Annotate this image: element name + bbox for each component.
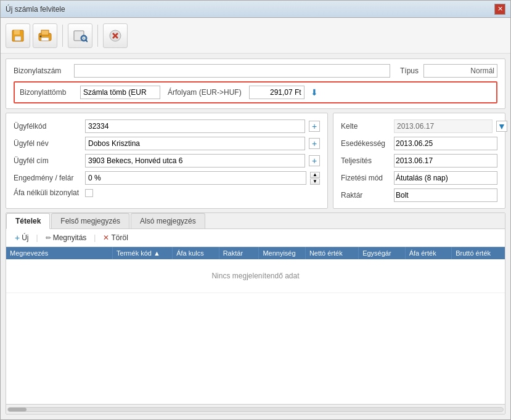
preview-icon	[73, 28, 88, 43]
scroll-track[interactable]	[7, 407, 504, 412]
delete-icon: ✕	[103, 233, 109, 242]
teljesites-row: Teljesítés 2013.06.17	[341, 154, 497, 168]
edit-icon: ✏	[46, 234, 51, 242]
close-button[interactable]: ✕	[494, 4, 505, 15]
svg-line-11	[86, 40, 88, 42]
tabs-header: Tételek Felső megjegyzés Alsó megjegyzés	[6, 213, 505, 229]
col-netto-ertek: Nettó érték	[305, 247, 358, 259]
kelte-label: Kelte	[341, 122, 390, 131]
afa-nelkuli-row: Áfa nélküli bizonylat	[14, 188, 320, 197]
col-megnevezes: Megnevezés	[6, 247, 113, 259]
col-brutto-ertek: Bruttó érték	[452, 247, 505, 259]
empty-label: Nincs megjelenítendő adat	[211, 272, 299, 280]
bizonylat-szam-row: Bizonylatszám Típus	[14, 64, 497, 78]
tipus-input[interactable]	[423, 64, 497, 78]
cancel-icon	[108, 28, 123, 43]
raktar-label: Raktár	[341, 191, 390, 200]
fizmod-select[interactable]: Átutalás (8 nap)	[394, 171, 497, 185]
title-bar: Új számla felvitele ✕	[1, 1, 510, 18]
afa-nelkuli-checkbox[interactable]	[85, 189, 93, 197]
save-button[interactable]	[6, 23, 30, 48]
raktar-select[interactable]: Bolt	[394, 188, 497, 202]
toolbar-separator-2	[97, 25, 98, 47]
ugyfel-nev-add-button[interactable]: +	[309, 138, 320, 149]
tab-also-megjegyzes[interactable]: Alsó megjegyzés	[131, 213, 205, 228]
ugyfel-cim-add-button[interactable]: +	[309, 155, 320, 166]
table-container[interactable]: Megnevezés Termék kód ▲ Áfa kulcs Raktár…	[6, 247, 505, 404]
arfolyam-input[interactable]	[249, 86, 305, 99]
items-table: Megnevezés Termék kód ▲ Áfa kulcs Raktár…	[6, 247, 505, 293]
two-col-section: Ügyfélkód + Ügyfél név + Ügyfél cím + En…	[6, 113, 505, 209]
bizonylattomb-row: Bizonylattömb Számla tömb (EUR Árfolyam …	[14, 81, 497, 103]
cancel-button[interactable]	[103, 23, 128, 48]
col-egysegar: Egységár	[359, 247, 406, 259]
fizmod-row: Fizetési mód Átutalás (8 nap)	[341, 171, 497, 185]
empty-row: Nincs megjelenítendő adat	[6, 259, 505, 293]
print-save-button[interactable]	[33, 23, 57, 48]
svg-rect-2	[15, 36, 21, 41]
bizonylat-section: Bizonylatszám Típus Bizonylattömb Számla…	[6, 59, 505, 109]
ugyfel-nev-input[interactable]	[85, 137, 305, 150]
ugyfelkod-label: Ügyfélkód	[14, 122, 81, 131]
spinner-up[interactable]: ▲	[310, 172, 320, 178]
ugyfelkod-input[interactable]	[85, 119, 305, 133]
esedekesseg-row: Esedékesség 2013.06.25	[341, 137, 497, 150]
content-area: Bizonylatszám Típus Bizonylattömb Számla…	[1, 54, 510, 419]
col-raktar: Raktár	[219, 247, 259, 259]
ugyfelkod-row: Ügyfélkód +	[14, 119, 320, 133]
new-item-button[interactable]: + Új	[11, 232, 33, 244]
plus-icon: +	[15, 233, 20, 243]
scroll-thumb[interactable]	[8, 408, 27, 411]
spinner-down[interactable]: ▼	[310, 179, 320, 185]
right-panel: Kelte ▼ Esedékesség 2013.06.25 Teljesíté…	[333, 113, 505, 209]
kelte-input	[394, 119, 493, 133]
ugyfel-cim-label: Ügyfél cím	[14, 156, 81, 165]
bizonylattomb-label: Bizonylattömb	[20, 88, 75, 97]
engedmeny-input[interactable]	[85, 171, 306, 185]
save-icon	[10, 28, 25, 43]
main-window: Új számla felvitele ✕	[0, 0, 511, 420]
afa-nelkuli-label: Áfa nélküli bizonylat	[14, 188, 81, 197]
bizonylat-szam-input[interactable]	[74, 64, 390, 78]
ugyfel-cim-input[interactable]	[85, 154, 305, 168]
ugyfelkod-add-button[interactable]: +	[309, 121, 320, 132]
arfolyam-label: Árfolyam (EUR->HUF)	[168, 88, 242, 97]
left-panel: Ügyfélkód + Ügyfél név + Ügyfél cím + En…	[6, 113, 328, 209]
col-mennyiseg: Mennyiség	[259, 247, 306, 259]
esedekesseg-select[interactable]: 2013.06.25	[394, 137, 497, 150]
tabs-toolbar: + Új | ✏ Megnyitás | ✕ Töröl	[6, 229, 505, 247]
svg-point-6	[40, 35, 42, 37]
teljesites-label: Teljesítés	[341, 156, 390, 165]
delete-item-button[interactable]: ✕ Töröl	[99, 232, 131, 243]
esedekesseg-label: Esedékesség	[341, 139, 390, 148]
bizonylat-szam-label: Bizonylatszám	[14, 67, 69, 75]
window-title: Új számla felvitele	[6, 5, 65, 14]
ugyfel-nev-row: Ügyfél név +	[14, 137, 320, 150]
kelte-row: Kelte ▼	[341, 119, 497, 133]
engedmeny-row: Engedmény / felár ▲ ▼	[14, 171, 320, 185]
fizmod-label: Fizetési mód	[341, 174, 390, 182]
svg-rect-1	[14, 30, 20, 34]
toolbar	[1, 18, 510, 54]
preview-button[interactable]	[68, 23, 92, 48]
engedmeny-label: Engedmény / felár	[14, 174, 81, 182]
ugyfel-nev-label: Ügyfél név	[14, 139, 81, 148]
teljesites-select[interactable]: 2013.06.17	[394, 154, 497, 168]
tab-tetelek[interactable]: Tételek	[6, 213, 50, 229]
print-save-icon	[38, 28, 52, 43]
tab-felso-megjegyzes[interactable]: Felső megjegyzés	[51, 213, 129, 228]
tb-sep-2: |	[94, 233, 96, 242]
table-header-row: Megnevezés Termék kód ▲ Áfa kulcs Raktár…	[6, 247, 505, 259]
tabs-section: Tételek Felső megjegyzés Alsó megjegyzés…	[6, 212, 505, 414]
bizonylattomb-select[interactable]: Számla tömb (EUR	[80, 86, 160, 99]
open-item-button[interactable]: ✏ Megnyitás	[42, 232, 91, 243]
tipus-label: Típus	[400, 67, 419, 75]
kelte-dropdown[interactable]: ▼	[496, 121, 507, 132]
engedmeny-spinner: ▲ ▼	[310, 172, 320, 185]
col-afakulcs: Áfa kulcs	[173, 247, 219, 259]
svg-rect-5	[41, 38, 49, 41]
col-afa-ertek: Áfa érték	[405, 247, 452, 259]
download-icon[interactable]: ⬇	[311, 87, 318, 97]
col-termekkod[interactable]: Termék kód ▲	[113, 247, 173, 259]
horizontal-scrollbar[interactable]	[6, 404, 505, 414]
